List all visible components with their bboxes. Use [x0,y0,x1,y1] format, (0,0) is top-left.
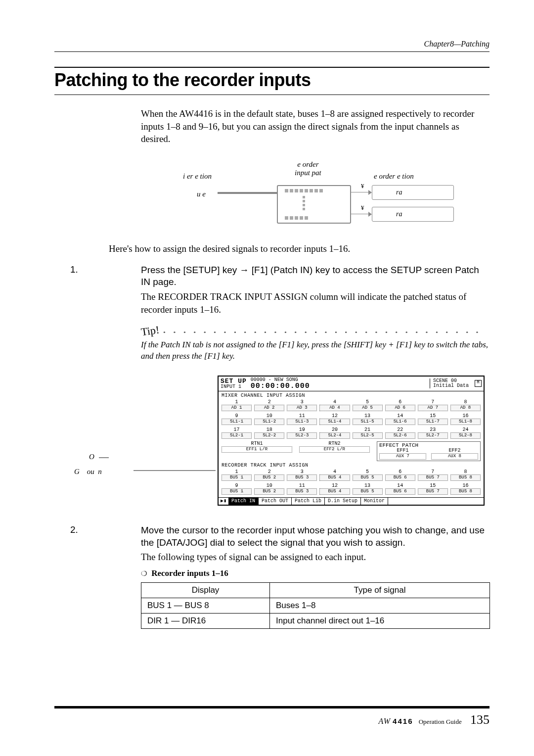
patch-cell: 19SL2-3 [287,427,317,439]
col-signal-type: Type of signal [270,583,490,598]
divider [54,67,490,68]
signal-flow-diagram: i er e tion e order input pat e order e … [153,157,465,232]
page-number: 135 [470,712,490,727]
patch-cell: 22SL2-6 [385,427,415,439]
rtn2-label: RTN2 [299,441,370,446]
patch-cell: 9BUS 1 [222,483,252,495]
patch-cell: 15SL1-7 [418,414,448,425]
track-box-icon: ra [372,207,454,222]
guide-label: Operation Guide [419,718,462,725]
step-2-body: The following types of signal can be ass… [141,551,490,564]
tab-monitor[interactable]: Monitor [361,498,388,505]
patch-cell: 11SL1-3 [287,414,317,425]
patch-cell: 10SL1-2 [254,414,284,425]
lcd-screenshot: SET UP INPUT 1 00000 - NEW SONG 00:00:00… [218,376,485,506]
tab-patch-in[interactable]: Patch IN [228,498,259,505]
patch-cell: 12BUS 4 [319,483,350,495]
callout-label: G ou n [74,468,102,476]
patch-cell: 18SL2-2 [254,427,284,439]
patch-cell: 1BUS 1 [222,470,252,481]
patch-cell: 2BUS 2 [254,470,284,481]
patch-cell: 1AD 1 [222,400,252,411]
section-title: RECORDER TRACK INPUT ASSIGN [222,463,481,468]
patch-cell: 8BUS 8 [450,470,481,481]
patch-cell: 12SL1-4 [319,414,350,425]
brand-logo: AW [379,717,391,725]
dotted-divider: • • • • • • • • • • • • • • • • • • • • … [163,329,490,333]
section-title: MIXER CHANNEL INPUT ASSIGN [222,393,481,398]
page-title: Patching to the recorder inputs [54,70,490,91]
table-row: DIR 1 — DIR16 Input channel direct out 1… [141,614,490,629]
divider [54,94,490,95]
patch-cell: 24SL2-8 [450,427,481,439]
step-2-title: Move the cursor to the recorder input wh… [141,524,490,549]
patch-cell: 8AD 8 [450,400,481,411]
arrow-icon [351,192,371,193]
patch-cell: 10BUS 2 [254,483,284,495]
eff1-value: AUX 7 [379,453,426,460]
track-box-icon: ra [372,185,454,200]
diagram-label: i er e tion [183,172,212,181]
diagram-label: e order input pat [295,160,321,177]
screen-subtitle: INPUT 1 [221,384,247,389]
table-heading: ❍ Recorder inputs 1–16 [141,568,490,578]
model-number: 4416 [393,717,413,725]
rtn2-value: EFF2 L/R [299,446,370,453]
patch-cell: 17SL2-1 [222,427,252,439]
patch-cell: 14BUS 6 [385,483,415,495]
col-display: Display [141,583,270,598]
tab-patch-out[interactable]: Patch OUT [259,498,292,505]
patch-cell: 4AD 4 [319,400,350,411]
play-icon: ▶▮ [219,498,228,505]
patch-cell: 13SL1-5 [353,414,383,425]
patch-cell: 21SL2-5 [353,427,383,439]
step-number: 2. [54,524,141,549]
patch-cell: 7BUS 7 [418,470,448,481]
tab-patch-lib[interactable]: Patch Lib [292,498,325,505]
page-footer: AW4416 Operation Guide 135 [54,706,490,727]
patch-cell: 7AD 7 [418,400,448,411]
tip-text: If the Patch IN tab is not assigned to t… [141,339,490,362]
patch-cell: 6BUS 6 [385,470,415,481]
patch-cell: 13BUS 5 [353,483,383,495]
patch-cell: 16BUS 8 [450,483,481,495]
patch-cell: 23SL2-7 [418,427,448,439]
step-number: 1. [54,264,141,288]
diagram-label: e order e tion [374,172,414,181]
tab-din-setup[interactable]: D.in Setup [325,498,361,505]
patch-cell: 3AD 3 [287,400,317,411]
rtn1-value: EFF1 L/R [222,446,292,453]
patch-cell: 15BUS 7 [418,483,448,495]
menu-icon: M [475,380,482,387]
callout-line [134,470,216,471]
patch-cell: 5BUS 5 [353,470,383,481]
callout-line [99,457,109,458]
callout-label: O [89,453,94,461]
patch-cell: 2AD 2 [254,400,284,411]
bullet-icon: ❍ [141,570,147,577]
tip-icon: Tip! [140,324,160,339]
timecode: 00:00:00.000 [251,382,310,390]
patch-cell: 11BUS 3 [287,483,317,495]
arrow-icon [351,214,371,215]
patch-cell: 6AD 6 [385,400,415,411]
rtn1-label: RTN1 [222,441,292,446]
patch-cell: 16SL1-8 [450,414,481,425]
step-1-title: Press the [SETUP] key → [F1] (Patch IN) … [141,264,490,288]
signal-table: Display Type of signal BUS 1 — BUS 8 Bus… [141,582,490,629]
step-1-body: The RECORDER TRACK INPUT ASSIGN column w… [141,290,490,316]
divider [54,51,490,52]
lead-text: Here's how to assign the desired signals… [109,242,490,255]
screen-title: SET UP [221,378,247,384]
patch-cell: 20SL2-4 [319,427,350,439]
patch-box-icon [277,185,351,224]
callout-labels: O G ou n [54,371,218,510]
eff2-label: EFF2 [431,448,478,453]
eff2-value: AUX 8 [431,453,478,460]
eff1-label: EFF1 [379,448,426,453]
arrow-label: ¥ [361,182,364,190]
patch-cell: 4BUS 4 [319,470,350,481]
effect-patch-title: EFFECT PATCH [379,443,478,448]
scene-value: Initial Data [433,383,469,388]
patch-cell: 3BUS 3 [287,470,317,481]
